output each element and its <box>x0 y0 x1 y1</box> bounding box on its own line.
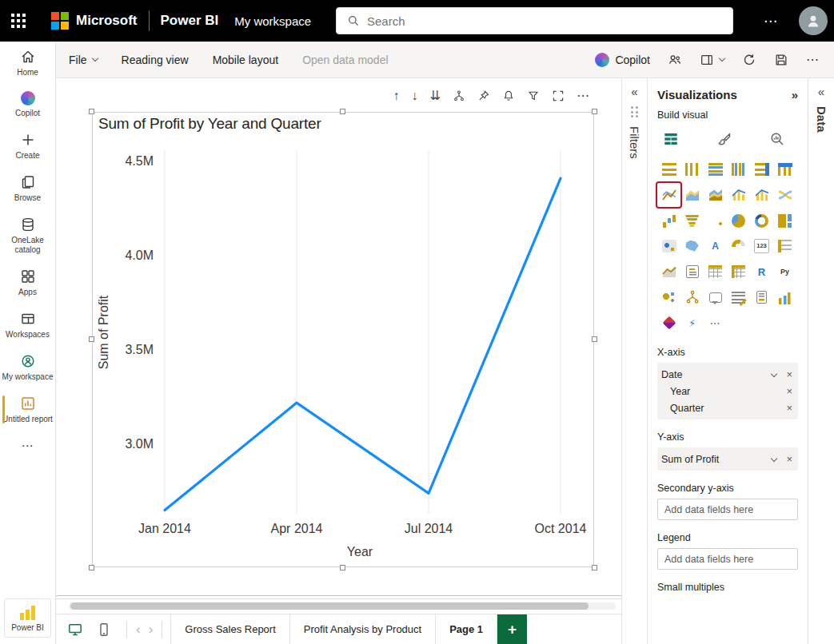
visual-type-line-and-stacked-column-chart[interactable] <box>727 183 750 207</box>
sidebar-item-copilot[interactable]: Copilot <box>0 84 55 125</box>
visual-type-card[interactable]: 123 <box>750 234 773 258</box>
visual-type-waterfall-chart[interactable] <box>657 209 680 233</box>
previous-page-button[interactable]: ‹ <box>132 622 145 636</box>
visual-type-python-visual[interactable]: Py <box>773 260 796 284</box>
save-icon[interactable] <box>774 53 788 67</box>
visual-type-ribbon-chart[interactable] <box>773 183 796 207</box>
visual-type-matrix[interactable] <box>727 260 750 284</box>
sidebar-item-untitled-report[interactable]: Untitled report <box>0 388 55 431</box>
web-layout-icon[interactable] <box>67 622 83 638</box>
workspace-name[interactable]: My workspace <box>234 14 311 28</box>
selection-handle[interactable] <box>340 109 345 114</box>
visual-type-metrics[interactable] <box>773 285 796 309</box>
data-pane-collapsed[interactable]: « Data <box>808 78 834 644</box>
page-tab-profit-analysis-by-product[interactable]: Profit Analysis by Product <box>290 614 436 644</box>
visual-type-multi-row-card[interactable] <box>773 234 796 258</box>
global-search[interactable] <box>336 7 733 34</box>
sidebar-item-home[interactable]: Home <box>0 42 55 84</box>
visual-type-slicer[interactable] <box>680 260 704 284</box>
expand-all-down-icon[interactable] <box>453 89 465 102</box>
remove-field-button[interactable]: × <box>784 369 794 380</box>
sidebar-item-onelake-catalog[interactable]: OneLake catalog <box>0 209 55 261</box>
visual-type-power-automate-visual[interactable]: ⚡ <box>680 311 704 335</box>
visual-type-line-and-clustered-column-chart[interactable] <box>750 183 773 207</box>
sidebar-item-my-workspace[interactable]: My workspace <box>0 346 55 388</box>
mobile-layout-button[interactable]: Mobile layout <box>213 54 279 66</box>
search-input[interactable] <box>367 14 732 28</box>
selection-handle[interactable] <box>592 565 597 570</box>
expand-data-icon[interactable]: « <box>818 85 824 97</box>
selection-handle[interactable] <box>89 565 94 570</box>
field-pill-quarter[interactable]: Quarter× <box>661 400 794 416</box>
toolbar-more-button[interactable]: ⋯ <box>806 52 820 67</box>
sidebar-item-workspaces[interactable]: Workspaces <box>0 304 55 346</box>
visual-type-100-stacked-column-chart[interactable] <box>773 157 796 181</box>
pin-visual-icon[interactable] <box>477 89 490 102</box>
drill-down-icon[interactable]: ↓ <box>412 89 418 103</box>
tab-format-visual[interactable] <box>716 131 732 147</box>
selection-handle[interactable] <box>592 336 597 342</box>
field-pill-year[interactable]: Year× <box>661 383 794 400</box>
expand-filters-icon[interactable]: « <box>631 85 637 97</box>
visual-type-100-stacked-bar-chart[interactable] <box>750 157 773 181</box>
visual-type-azure-map[interactable]: A <box>704 234 727 258</box>
selection-handle[interactable] <box>592 109 597 114</box>
visual-type-qa-visual[interactable] <box>704 285 727 309</box>
visual-type-gauge[interactable] <box>727 234 750 258</box>
waffle-menu-button[interactable] <box>0 0 37 42</box>
visual-type-kpi[interactable] <box>657 260 680 284</box>
pane-switcher-button[interactable] <box>700 53 724 67</box>
selection-handle[interactable] <box>89 336 94 342</box>
visual-type-scatter-chart[interactable] <box>704 209 727 233</box>
visual-type-clustered-bar-chart[interactable] <box>704 157 727 181</box>
visual-type-smart-narrative[interactable] <box>727 285 750 309</box>
new-page-button[interactable]: + <box>497 614 527 644</box>
line-chart-visual[interactable]: Sum of Profit by Year and Quarter Sum of… <box>92 112 594 567</box>
page-tab-gross-sales-report[interactable]: Gross Sales Report <box>170 614 289 644</box>
visual-type-donut-chart[interactable] <box>750 209 773 233</box>
sidebar-item-more[interactable]: ⋯ <box>0 431 55 460</box>
set-alert-icon[interactable] <box>502 89 515 102</box>
people-icon[interactable] <box>668 53 682 67</box>
app-name[interactable]: Power BI <box>161 13 219 29</box>
account-avatar[interactable] <box>799 6 828 35</box>
selection-handle[interactable] <box>89 109 94 114</box>
chevron-down-icon[interactable] <box>771 455 777 461</box>
tab-analytics[interactable] <box>769 131 785 147</box>
remove-field-button[interactable]: × <box>784 454 794 464</box>
topbar-more-button[interactable]: ⋯ <box>754 0 788 42</box>
visual-type-paginated-report[interactable] <box>750 285 773 309</box>
visual-type-key-influencers[interactable] <box>657 285 680 309</box>
sidebar-item-create[interactable]: Create <box>0 125 55 167</box>
visual-type-table[interactable] <box>704 260 727 284</box>
visual-type-decomposition-tree[interactable] <box>680 285 704 309</box>
visual-type-clustered-column-chart[interactable] <box>727 157 750 181</box>
scrollbar-thumb[interactable] <box>70 602 589 610</box>
visual-type-stacked-column-chart[interactable] <box>680 157 704 181</box>
field-pill-sum-of-profit[interactable]: Sum of Profit× <box>661 451 794 467</box>
selection-handle[interactable] <box>340 565 345 570</box>
powerbi-app-badge[interactable]: Power BI <box>4 598 51 638</box>
filters-pane-collapsed[interactable]: « Filters <box>621 78 648 644</box>
go-to-next-level-icon[interactable]: ⇊ <box>430 89 441 103</box>
focus-mode-icon[interactable] <box>552 89 565 102</box>
visual-type-treemap[interactable] <box>773 209 796 233</box>
more-options-icon[interactable]: ⋯ <box>577 89 589 103</box>
file-menu[interactable]: File <box>69 54 98 66</box>
remove-field-button[interactable]: × <box>784 386 794 396</box>
visual-type-map[interactable] <box>657 234 680 258</box>
visual-type-power-apps-visual[interactable] <box>657 311 680 335</box>
mobile-layout-icon[interactable] <box>96 622 112 638</box>
drill-up-icon[interactable]: ↑ <box>393 89 400 103</box>
legend-well[interactable]: Add data fields here <box>657 548 798 570</box>
visual-type-stacked-bar-chart[interactable] <box>657 157 680 181</box>
page-tab-page-1[interactable]: Page 1 <box>436 614 497 644</box>
visual-type-stacked-area-chart[interactable] <box>704 183 727 207</box>
visual-type-r-script-visual[interactable]: R <box>750 260 773 284</box>
visual-type-area-chart[interactable] <box>680 183 704 207</box>
copilot-button[interactable]: Copilot <box>595 53 650 67</box>
remove-field-button[interactable]: × <box>784 403 794 413</box>
visual-type-line-chart[interactable] <box>657 183 680 207</box>
next-page-button[interactable]: › <box>145 622 158 636</box>
filters-icon[interactable] <box>527 89 540 102</box>
